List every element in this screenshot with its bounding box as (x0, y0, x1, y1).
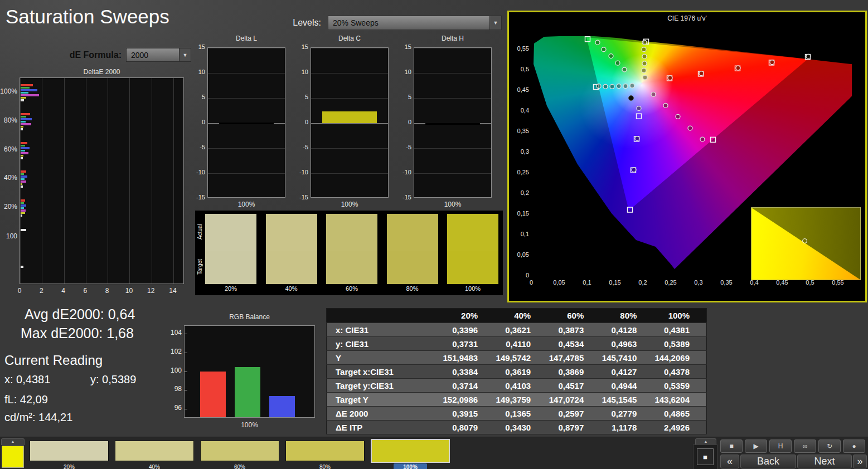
cie-x-tick-label: 0,4 (744, 279, 764, 286)
y-tick-label: 98 (167, 385, 182, 393)
actual-swatch (205, 214, 256, 251)
target-square-marker (585, 37, 590, 42)
sweep-swatch-button[interactable]: 100% (371, 441, 450, 469)
y-group-label: 60% (0, 145, 17, 153)
table-cell: 0,8797 (547, 421, 600, 434)
deltae-bar (21, 94, 39, 96)
y-group-label: 100% (0, 87, 17, 95)
deltae-bar (21, 97, 26, 99)
column-header: 80% (600, 309, 653, 323)
delta-chart-plot-area (207, 47, 285, 198)
deltae-bar (21, 84, 33, 86)
table-cell: 143,6204 (653, 393, 706, 407)
chevron-up-icon[interactable]: ▲ (1, 438, 25, 445)
y-group-label: 80% (0, 116, 17, 124)
delta-bar (322, 111, 377, 123)
sweep-swatch-button[interactable]: 40% (115, 441, 194, 469)
tick-dash (185, 334, 187, 334)
deltae-bar (21, 178, 25, 180)
table-cell: 0,4944 (600, 379, 653, 393)
row-label: ΔE ITP (327, 421, 442, 434)
deltae-bar (21, 266, 23, 268)
gridline (173, 78, 174, 284)
y-tick-label: -5 (397, 144, 411, 150)
record-button[interactable]: ● (843, 439, 865, 453)
chevrons-right-button[interactable]: » (853, 455, 867, 468)
chevron-down-icon: ▼ (489, 16, 501, 30)
cie-y-tick-label: 0,05 (510, 251, 529, 258)
cie-y-tick-label: 0,55 (510, 45, 529, 52)
gamut-inset-preview (751, 207, 861, 280)
table-cell: 145,1545 (600, 393, 653, 407)
calibration-app: Saturation Sweeps Levels: 20% Sweeps ▼ d… (0, 0, 868, 469)
table-row: Target y:CIE310,37140,41030,45170,49440,… (327, 379, 707, 393)
swatch-cell (387, 214, 438, 284)
table-cell: 0,4517 (547, 379, 600, 393)
y-tick-label: 5 (191, 94, 205, 100)
loop-button[interactable]: ∞ (794, 439, 816, 453)
table-cell: 151,9483 (442, 351, 494, 365)
delta-bar (425, 123, 480, 125)
measured-circle-marker (603, 84, 608, 89)
deltae-bar (21, 199, 25, 202)
table-cell: 0,4378 (653, 365, 706, 379)
actual-swatch (326, 214, 377, 251)
levels-dropdown[interactable]: 20% Sweeps ▼ (328, 16, 502, 30)
deltae-bar (21, 123, 31, 125)
deltae-bar (21, 214, 22, 217)
swatch-cell (205, 214, 256, 284)
cie-y-tick-label: 0,25 (510, 169, 529, 175)
marker-button[interactable]: H (769, 439, 792, 453)
stop-button[interactable]: ■ (720, 439, 743, 453)
gridline (208, 173, 285, 174)
gridline (311, 123, 388, 124)
table-cell: 0,3621 (494, 323, 547, 337)
current-y: y: 0,5389 (90, 373, 136, 386)
table-cell: 0,4865 (653, 407, 706, 421)
table-cell: 0,4110 (494, 337, 547, 351)
table-cell: 0,3430 (494, 421, 547, 434)
gridline (414, 73, 491, 74)
table-cell: 0,3396 (442, 323, 494, 337)
deltae-bar (21, 99, 24, 101)
x-axis-label: 100% (414, 201, 492, 208)
sweep-swatch-label: 80% (285, 463, 365, 469)
deltae-bar (21, 152, 28, 154)
y-group-label: 20% (0, 203, 17, 211)
deltae-bar (21, 170, 26, 173)
gridline (311, 73, 388, 74)
play-button[interactable]: ▶ (745, 439, 767, 453)
next-button[interactable]: Next (797, 455, 852, 468)
sweep-swatch-button[interactable]: 80% (285, 441, 365, 469)
sweep-swatch-button[interactable]: 60% (200, 441, 279, 469)
measured-circle-marker (617, 84, 621, 89)
deltae-bar (21, 207, 24, 209)
tick-dash (185, 372, 187, 372)
back-label: Back (757, 456, 779, 467)
row-label: y: CIE31 (327, 337, 442, 351)
measured-circle-marker (597, 84, 601, 89)
table-cell: 144,2069 (653, 351, 706, 365)
measured-circle-marker (642, 61, 647, 66)
refresh-button[interactable]: ↻ (818, 439, 841, 453)
table-cell: 149,5742 (494, 351, 547, 365)
swatch-cell (447, 214, 498, 284)
x-tick-label: 10 (123, 287, 134, 295)
measured-circle-marker (637, 106, 641, 111)
sweep-swatch-button[interactable]: 20% (30, 441, 109, 469)
rgb-balance-title: RGB Balance (184, 313, 315, 321)
de-formula-value: 2000 (127, 51, 179, 60)
rgb-bar (269, 396, 295, 418)
selected-color-chip[interactable] (2, 446, 24, 468)
table-cell: 0,3873 (547, 323, 600, 337)
back-button[interactable]: Back (740, 455, 796, 468)
de-formula-dropdown[interactable]: 2000 ▼ (126, 48, 191, 62)
gridline (42, 78, 42, 284)
chevrons-left-button[interactable]: « (720, 455, 739, 468)
y-tick-label: 0 (294, 119, 308, 125)
sweep-swatch-color (200, 441, 279, 461)
current-cdm2: cd/m²: 144,21 (4, 411, 72, 424)
layout-square-button[interactable]: ■ (697, 448, 714, 465)
swatch-label: 60% (326, 285, 377, 292)
cie-x-tick-label: 0,5 (800, 279, 820, 286)
